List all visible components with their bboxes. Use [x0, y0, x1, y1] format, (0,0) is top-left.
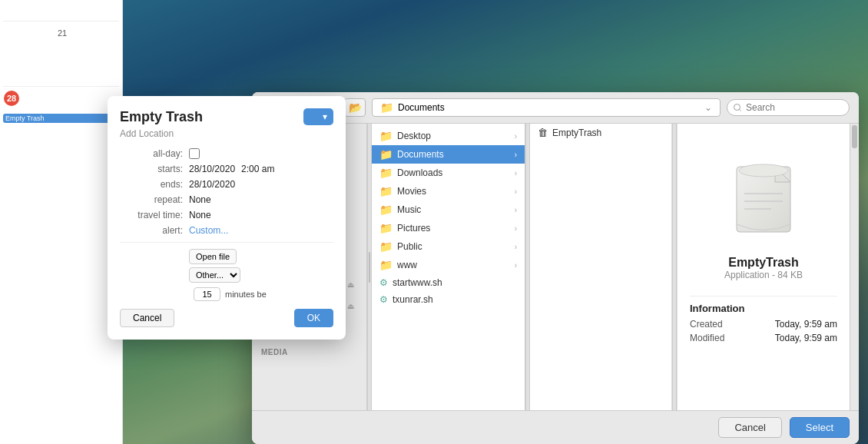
ends-label: ends:	[120, 179, 189, 190]
emptytrash-app-svg	[729, 155, 798, 240]
file-item-startwww[interactable]: ⚙ startwww.sh	[372, 274, 525, 291]
ok-button[interactable]: OK	[294, 309, 333, 327]
media-eject-icon[interactable]: ⏏	[347, 302, 354, 310]
file-list-pane: 📁 Desktop › 📁 Documents › 📁 Downloads › …	[372, 124, 525, 410]
file-name: Music	[397, 204, 510, 215]
file-name: Movies	[397, 186, 510, 197]
file-arrow: ›	[515, 243, 517, 251]
file-arrow: ›	[515, 261, 517, 270]
popup-divider-1	[120, 242, 333, 243]
media-section-label: Media	[252, 343, 366, 358]
file-name: Public	[397, 241, 510, 252]
eject-icon[interactable]: ⏏	[347, 280, 354, 289]
ends-row: ends: 28/10/2020	[120, 179, 333, 190]
repeat-value[interactable]: None	[189, 194, 211, 205]
file-name: www	[397, 260, 510, 270]
music-file-icon: 📁	[379, 204, 393, 216]
file-item-public[interactable]: 📁 Public ›	[372, 237, 525, 256]
path-dropdown-arrow[interactable]: ⌄	[704, 102, 712, 113]
created-value: Today, 9:59 am	[775, 319, 837, 330]
browser-cancel-button[interactable]: Cancel	[718, 417, 781, 438]
calendar-event[interactable]: Empty Trash	[3, 114, 119, 123]
starts-time[interactable]: 2:00 am	[241, 164, 274, 174]
ends-date[interactable]: 28/10/2020	[189, 179, 235, 190]
www-file-icon: 📁	[379, 259, 393, 271]
path-inner: 📁 Documents	[380, 101, 445, 114]
public-file-icon: 📁	[379, 240, 393, 253]
cal-date[interactable]	[21, 25, 36, 41]
file-item-music[interactable]: 📁 Music ›	[372, 200, 525, 219]
file-name: Documents	[397, 149, 510, 160]
second-column-pane: 🗑 EmptyTrash	[530, 124, 672, 410]
file-item-documents[interactable]: 📁 Documents ›	[372, 145, 525, 164]
preview-app-icon	[717, 151, 810, 244]
cancel-button[interactable]: Cancel	[120, 309, 174, 327]
open-file-button[interactable]: Open file	[189, 249, 237, 264]
file-item-downloads[interactable]: 📁 Downloads ›	[372, 164, 525, 182]
sidebar-divider	[367, 124, 372, 410]
sidebar-scrollbar[interactable]	[369, 252, 370, 283]
add-alert-row: Open file	[120, 249, 333, 264]
popup-subtitle[interactable]: Add Location	[120, 128, 333, 139]
other-dropdown-row: Other...	[120, 267, 333, 283]
all-day-row: all-day:	[120, 148, 333, 159]
file-arrow: ›	[515, 206, 517, 214]
emptytrash-icon: 🗑	[538, 127, 548, 138]
popup-title: Empty Trash	[120, 109, 203, 125]
file-item-movies[interactable]: 📁 Movies ›	[372, 182, 525, 200]
cal-date[interactable]: 28	[4, 91, 19, 106]
search-input[interactable]	[727, 99, 850, 116]
folder-action-icon: 📂	[349, 101, 362, 114]
all-day-label: all-day:	[120, 148, 189, 159]
travel-value[interactable]: None	[189, 210, 211, 220]
preview-scrollbar-thumb[interactable]	[852, 125, 857, 148]
file-item-www[interactable]: 📁 www ›	[372, 256, 525, 274]
file-item-txunrar[interactable]: ⚙ txunrar.sh	[372, 291, 525, 308]
minutes-label: minutes be	[225, 290, 267, 299]
all-day-checkbox[interactable]	[189, 148, 200, 159]
pictures-file-icon: 📁	[379, 222, 393, 234]
popup-color-arrow: ▾	[323, 111, 327, 122]
file-arrow: ›	[515, 151, 517, 159]
minutes-input[interactable]	[194, 287, 220, 301]
file-item-emptytrash[interactable]: 🗑 EmptyTrash	[530, 124, 671, 141]
preview-scrollbar[interactable]	[850, 124, 859, 410]
cal-date[interactable]: 21	[55, 25, 70, 41]
alert-custom-link[interactable]: Custom...	[189, 225, 228, 236]
file-name: Downloads	[397, 167, 510, 178]
file-arrow: ›	[515, 224, 517, 233]
repeat-label: repeat:	[120, 194, 189, 205]
starts-label: starts:	[120, 164, 189, 174]
modified-value: Today, 9:59 am	[775, 333, 837, 343]
file-item-desktop[interactable]: 📁 Desktop ›	[372, 127, 525, 145]
modified-row: Modified Today, 9:59 am	[690, 333, 837, 343]
browser-select-button[interactable]: Select	[790, 417, 850, 438]
minutes-row: minutes be	[120, 287, 333, 301]
file-arrow: ›	[515, 132, 517, 141]
downloads-file-icon: 📁	[379, 167, 393, 179]
txunrar-icon: ⚙	[379, 294, 388, 305]
desktop-file-icon: 📁	[379, 130, 393, 142]
popup-header: Empty Trash ▾	[120, 108, 333, 125]
file-name: startwww.sh	[393, 277, 517, 288]
file-arrow: ›	[515, 169, 517, 177]
popup-color-button[interactable]: ▾	[303, 108, 333, 125]
preview-pane: EmptyTrash Application - 84 KB Informati…	[677, 124, 850, 410]
cal-date[interactable]	[4, 25, 19, 41]
modified-label: Modified	[690, 333, 724, 343]
file-name: txunrar.sh	[393, 294, 517, 305]
file-name: EmptyTrash	[552, 128, 664, 138]
alert-label: alert:	[120, 225, 189, 236]
movies-file-icon: 📁	[379, 185, 393, 197]
calendar-grid: 21 28 Empty Trash	[0, 0, 122, 154]
other-dropdown[interactable]: Other...	[189, 267, 240, 283]
cal-date[interactable]	[38, 25, 53, 41]
path-bar[interactable]: 📁 Documents ⌄	[372, 98, 721, 117]
action-button[interactable]: 📂	[344, 98, 366, 117]
starts-date[interactable]: 28/10/2020	[189, 164, 235, 174]
info-label: Information	[690, 303, 745, 314]
calendar-event-popup: Empty Trash ▾ Add Location all-day: star…	[108, 96, 346, 340]
preview-app-type: Application - 84 KB	[690, 270, 837, 280]
preview-app-name: EmptyTrash	[690, 256, 837, 270]
file-item-pictures[interactable]: 📁 Pictures ›	[372, 219, 525, 237]
